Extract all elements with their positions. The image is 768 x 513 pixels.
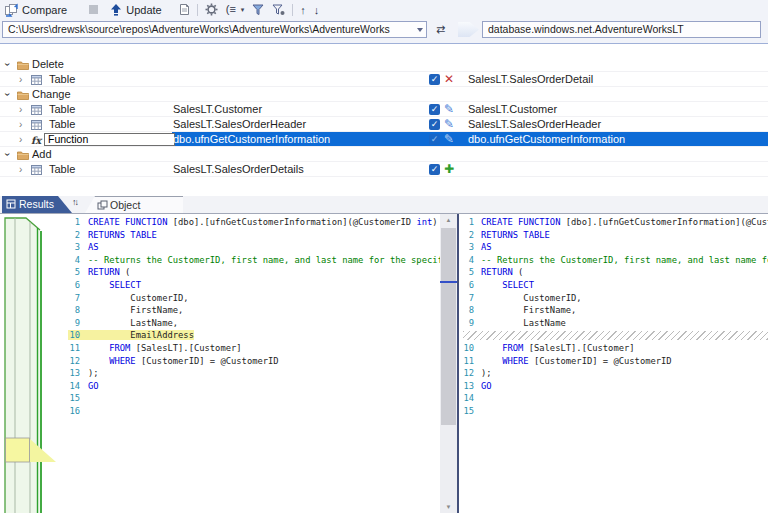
line-number: 12 [460,367,474,380]
tab-results[interactable]: Results [2,196,72,213]
filter-gear-icon [272,4,285,16]
code-line: 6 SELECT [56,279,440,292]
include-checkbox[interactable]: ✓ [429,119,440,130]
line-number: 2 [56,229,80,242]
filter-button[interactable] [248,1,268,18]
line-number: 4 [460,254,474,267]
compare-label: Compare [22,4,67,16]
tab-object-definitions[interactable]: Object Definitions [85,196,183,213]
line-number: 16 [56,405,80,418]
code-line: 4-- Returns the CustomerID, first name, … [460,254,768,267]
include-checkbox[interactable]: ✓ [429,164,440,175]
filter-settings-button[interactable] [268,1,289,18]
object-definitions-panel: 1CREATE FUNCTION [dbo].[ufnGetCustomerIn… [0,213,768,513]
generate-script-button[interactable] [174,1,194,18]
diff-overview-margin[interactable] [0,214,56,513]
diff-row[interactable]: ›Table✓✕SalesLT.SalesOrderDetail [0,72,768,87]
object-type-label: Table [49,72,75,87]
line-number: 1 [460,216,474,229]
diff-row[interactable]: ›TableSalesLT.SalesOrderHeader✓✎SalesLT.… [0,117,768,132]
stop-icon [89,5,98,14]
code-line: 5RETURN ( [56,266,440,279]
code-line: 2RETURNS TABLE [460,229,768,242]
group-row[interactable]: ›Delete [0,57,768,72]
swap-source-target-button[interactable]: ⇄ [436,22,445,37]
source-object-name: SalesLT.SalesOrderDetails [173,162,304,177]
code-line: 14 [460,392,768,405]
chevron-collapsed-icon[interactable]: › [19,162,22,177]
diff-row[interactable]: ›TableSalesLT.SalesOrderDetails✓✚ [0,162,768,177]
code-line: 15 [460,405,768,418]
scroll-up-icon[interactable]: ▲ [440,214,457,227]
scroll-down-icon[interactable]: ▼ [440,501,457,513]
update-button[interactable]: Update [106,1,165,18]
code-line: 12); [460,367,768,380]
code-line: 4-- Returns the CustomerID, first name, … [56,254,440,267]
target-object-name: dbo.ufnGetCustomerInformation [468,132,625,147]
compare-button[interactable]: Compare [0,1,71,18]
code-line: 11 FROM [SalesLT].[Customer] [56,342,440,355]
code-line: 10 EmailAddress [56,329,440,342]
line-number: 14 [56,380,80,393]
source-code-pane[interactable]: 1CREATE FUNCTION [dbo].[ufnGetCustomerIn… [56,214,440,513]
chevron-collapsed-icon[interactable]: › [19,72,22,87]
chevron-expanded-icon[interactable]: › [0,93,15,96]
code-line: 10 FROM [SalesLT].[Customer] [460,342,768,355]
chevron-expanded-icon[interactable]: › [0,153,15,156]
source-dropdown[interactable]: C:\Users\drewsk\source\repos\AdventureWo… [2,21,427,38]
target-object-name: SalesLT.Customer [468,102,557,117]
sort-order-button[interactable]: ↑↓ [72,197,77,207]
line-number: 2 [460,229,474,242]
changed-line-highlight: EmailAddress [68,330,194,340]
next-diff-button[interactable]: ↓ [310,1,324,18]
name-editor[interactable]: Function [44,133,175,146]
toolbar-separator [197,4,198,16]
code-line: 3AS [460,241,768,254]
table-icon [31,105,42,115]
code-line: 13GO [460,380,768,393]
group-row[interactable]: ›Change [0,87,768,102]
chevron-expanded-icon[interactable]: › [0,63,15,66]
tab-results-label: Results [19,198,54,210]
line-number: 6 [460,279,474,292]
object-type-label: Table [49,162,75,177]
diff-marker-wedge [30,439,56,462]
chevron-collapsed-icon[interactable]: › [19,117,22,132]
line-number: 5 [460,266,474,279]
include-checkbox[interactable]: ✓ [429,134,440,145]
chevron-down-icon [417,28,423,32]
group-label: Change [32,87,71,102]
filter-icon [252,4,264,16]
chevron-collapsed-icon[interactable]: › [19,102,22,117]
line-number: 10 [460,342,474,355]
object-definitions-icon [97,200,108,210]
diff-row[interactable]: ›fxFunctiondbo.ufnGetCustomerInformation… [0,132,768,147]
gear-icon [205,3,218,16]
source-pane-scrollbar[interactable]: ▲ ▼ [440,214,457,513]
update-arrow-icon [110,3,122,16]
code-line: 9 LastName, [56,317,440,330]
diff-row[interactable]: ›TableSalesLT.Customer✓✎SalesLT.Customer [0,102,768,117]
include-checkbox[interactable]: ✓ [429,104,440,115]
chevron-collapsed-icon[interactable]: › [19,132,22,147]
target-dropdown[interactable]: database.windows.net.AdventureWorksLT [482,21,761,38]
include-checkbox[interactable]: ✓ [429,74,440,85]
scrollbar-thumb[interactable] [441,228,456,425]
target-code-pane[interactable]: 1CREATE FUNCTION [dbo].[ufnGetCustomerIn… [460,214,768,513]
update-label: Update [126,4,161,16]
line-number: 1 [56,216,80,229]
target-object-name: SalesLT.SalesOrderHeader [468,117,601,132]
pane-splitter[interactable] [457,214,459,513]
table-icon [31,165,42,175]
table-icon [31,120,42,130]
previous-diff-button[interactable]: ↑ [296,1,310,18]
group-by-button[interactable]: (≡ ▾ [222,1,249,18]
action-add-icon: ✚ [443,162,455,177]
stop-button[interactable] [85,1,102,18]
connection-bar: C:\Users\drewsk\source\repos\AdventureWo… [0,19,768,43]
script-icon [178,3,190,16]
chevron-down-icon: ▾ [241,6,245,14]
group-row[interactable]: ›Add [0,147,768,162]
options-button[interactable] [201,1,222,18]
bottom-tabstrip: Results ↑↓ Object Definitions [0,196,768,213]
